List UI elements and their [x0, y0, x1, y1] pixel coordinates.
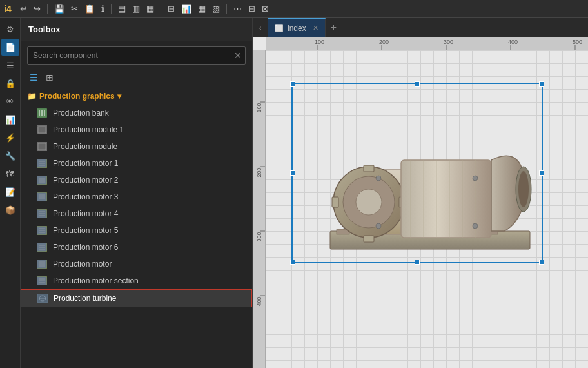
iconbar-settings[interactable]: ⚙ — [1, 21, 19, 37]
info-icon[interactable]: ℹ — [99, 3, 106, 14]
cut-icon[interactable]: ✂ — [69, 3, 80, 14]
component-label-bank: Production bank — [53, 108, 109, 118]
svg-point-89 — [376, 223, 381, 229]
component-icon-bank — [36, 108, 48, 118]
component-item-motorsection[interactable]: Production motor section — [21, 272, 252, 289]
collapse-icon[interactable]: ⊠ — [260, 3, 271, 14]
svg-rect-76 — [332, 197, 338, 207]
icon-bar: ⚙ 📄 ☰ 🔒 👁 📊 ⚡ 🔧 🗺 📝 📦 — [0, 18, 21, 368]
copy-icon[interactable]: 📋 — [83, 3, 97, 14]
handle-top-mid[interactable] — [415, 81, 420, 87]
component-label-module: Production module — [53, 142, 117, 151]
search-input[interactable] — [27, 46, 246, 65]
component-icon-module1 — [36, 125, 48, 135]
svg-text:100: 100 — [256, 103, 262, 112]
tab-close-icon[interactable]: ✕ — [313, 24, 318, 32]
ruler-vertical: 100 200 300 400 — [253, 50, 266, 368]
svg-rect-75 — [364, 236, 374, 242]
list-view-toggle[interactable]: ☰ — [27, 71, 41, 84]
component-icon-motor2 — [36, 175, 48, 185]
component-item-module[interactable]: Production module — [21, 138, 252, 155]
iconbar-box[interactable]: 📦 — [1, 201, 19, 218]
chart-icon[interactable]: 📊 — [179, 3, 193, 14]
component-label-motor5: Production motor 5 — [53, 226, 118, 235]
component-item-motor2[interactable]: Production motor 2 — [21, 172, 252, 189]
component-label-motor: Production motor — [53, 260, 112, 269]
tabs-bar: ‹ ⬜ index ✕ + — [253, 18, 588, 37]
main-container: ⚙ 📄 ☰ 🔒 👁 📊 ⚡ 🔧 🗺 📝 📦 Toolbox ✕ ☰ ⊞ 📁 Pr… — [0, 18, 588, 368]
handle-top-right[interactable] — [539, 81, 544, 87]
component-item-bank[interactable]: Production bank — [21, 105, 252, 121]
iconbar-note[interactable]: 📝 — [1, 183, 19, 200]
table-icon[interactable]: ▦ — [196, 3, 208, 14]
motor-3d-image — [304, 96, 543, 257]
svg-rect-43 — [266, 37, 588, 50]
component-item-motor[interactable]: Production motor — [21, 256, 252, 272]
iconbar-chart[interactable]: 📊 — [1, 111, 19, 128]
category-header[interactable]: 📁 Production graphics ▾ — [21, 88, 252, 105]
component-label-turbine: Production turbine — [54, 294, 116, 303]
component-icon-motor1 — [36, 158, 48, 169]
iconbar-lightning[interactable]: ⚡ — [1, 129, 19, 146]
ruler-horizontal: 100 200 300 400 500 — [266, 37, 588, 50]
app-logo: i4 — [4, 4, 12, 14]
canvas-content[interactable] — [266, 50, 588, 368]
align-right-icon[interactable]: ▦ — [144, 3, 156, 14]
component-icon-motor4 — [36, 209, 48, 219]
save-icon[interactable]: 💾 — [52, 3, 66, 14]
iconbar-map[interactable]: 🗺 — [1, 165, 19, 182]
category-arrow-icon: ▾ — [117, 92, 121, 101]
tab-add-button[interactable]: + — [326, 18, 342, 37]
component-item-motor6[interactable]: Production motor 6 — [21, 239, 252, 256]
tab-index[interactable]: ⬜ index ✕ — [268, 18, 326, 37]
component-item-motor3[interactable]: Production motor 3 — [21, 189, 252, 205]
grid-icon[interactable]: ⊞ — [166, 3, 177, 14]
iconbar-toolbox[interactable]: 📄 — [1, 39, 19, 56]
handle-top-left[interactable] — [290, 81, 295, 87]
sep2 — [111, 4, 112, 14]
tab-scroll-left[interactable]: ‹ — [253, 18, 268, 37]
iconbar-list[interactable]: ☰ — [1, 57, 19, 74]
layout-icon[interactable]: ▧ — [210, 3, 222, 14]
toolbox-panel: Toolbox ✕ ☰ ⊞ 📁 Production graphics ▾ Pr… — [21, 18, 253, 368]
svg-point-86 — [518, 171, 529, 207]
svg-text:400: 400 — [256, 296, 262, 306]
component-item-module1[interactable]: Production module 1 — [21, 121, 252, 138]
sep1 — [47, 4, 48, 14]
component-icon-motor3 — [36, 192, 48, 202]
more-icon[interactable]: ⋯ — [231, 3, 244, 14]
redo-icon[interactable]: ↪ — [32, 3, 43, 14]
toolbox-title: Toolbox — [28, 25, 61, 34]
component-label-motor3: Production motor 3 — [53, 192, 118, 201]
svg-text:400: 400 — [508, 39, 518, 45]
align-left-icon[interactable]: ▤ — [116, 3, 128, 14]
items-container: Production bankProduction module 1Produc… — [21, 105, 252, 307]
iconbar-lock[interactable]: 🔒 — [1, 75, 19, 92]
expand-icon[interactable]: ⊟ — [246, 3, 257, 14]
component-icon-module — [36, 141, 48, 152]
category-folder-icon: 📁 — [27, 92, 37, 101]
sep3 — [161, 4, 161, 14]
handle-mid-left[interactable] — [290, 170, 295, 176]
component-item-motor5[interactable]: Production motor 5 — [21, 222, 252, 239]
component-icon-motor5 — [36, 225, 48, 236]
component-item-turbine[interactable]: Production turbine — [21, 289, 252, 307]
svg-point-73 — [356, 189, 382, 215]
iconbar-wrench[interactable]: 🔧 — [1, 147, 19, 164]
align-center-icon[interactable]: ▥ — [130, 3, 142, 14]
component-icon-motor — [36, 259, 48, 269]
canvas-viewport[interactable]: 100 200 300 400 500 100 — [253, 37, 588, 368]
iconbar-eye[interactable]: 👁 — [1, 93, 19, 110]
toolbox-header: Toolbox — [21, 18, 252, 41]
grid-view-toggle[interactable]: ⊞ — [43, 71, 56, 84]
svg-text:200: 200 — [379, 39, 389, 45]
toolbox-content: 📁 Production graphics ▾ Production bankP… — [21, 88, 252, 368]
component-item-motor1[interactable]: Production motor 1 — [21, 155, 252, 172]
component-item-motor4[interactable]: Production motor 4 — [21, 205, 252, 222]
handle-bottom-left[interactable] — [290, 260, 295, 265]
top-toolbar: i4 ↩ ↪ 💾 ✂ 📋 ℹ ▤ ▥ ▦ ⊞ 📊 ▦ ▧ ⋯ ⊟ ⊠ — [0, 0, 588, 18]
svg-text:500: 500 — [573, 39, 582, 45]
component-label-motorsection: Production motor section — [53, 276, 139, 285]
search-clear-icon[interactable]: ✕ — [234, 50, 242, 61]
undo-icon[interactable]: ↩ — [18, 3, 29, 14]
